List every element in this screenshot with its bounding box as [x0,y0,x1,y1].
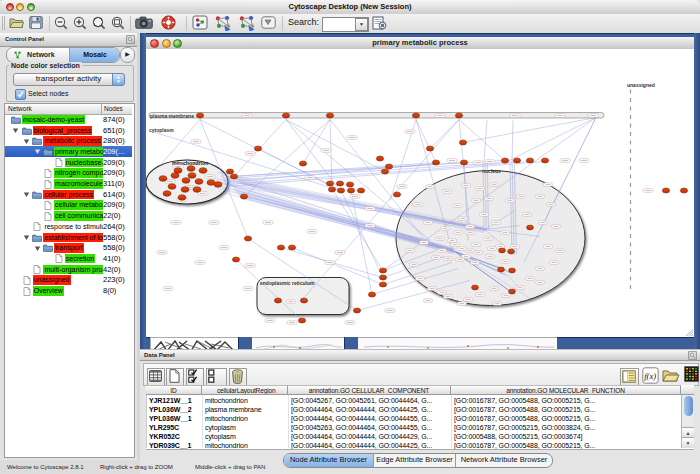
svg-text:endoplasmic reticulum: endoplasmic reticulum [260,279,315,285]
svg-text:plasma membrane: plasma membrane [150,112,194,118]
svg-text:f(x): f(x) [644,371,656,381]
svg-text:unassigned: unassigned [627,81,655,87]
svg-text:nucleus: nucleus [482,168,501,174]
svg-text:cytoplasm: cytoplasm [149,127,174,133]
